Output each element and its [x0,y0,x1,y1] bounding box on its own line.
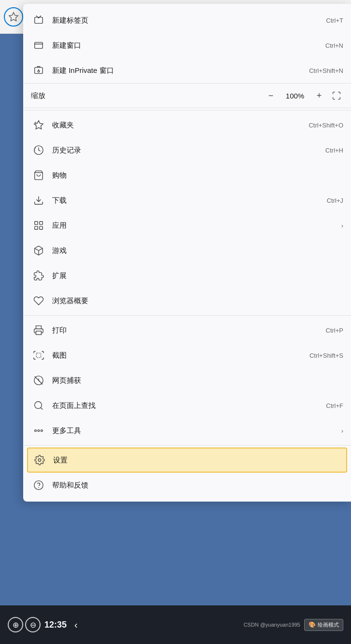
new-tab-icon [31,13,46,28]
menu-item-print[interactable]: 打印 Ctrl+P [23,318,351,343]
print-icon [31,322,46,338]
webcapture-label: 网页捕获 [52,376,343,385]
webcapture-icon [31,373,46,388]
favorites-star-button[interactable] [4,7,23,27]
settings-icon [32,452,47,468]
history-icon [31,142,46,158]
find-label: 在页面上查找 [52,401,326,410]
menu-item-new-tab[interactable]: 新建标签页 Ctrl+T [23,8,351,33]
apps-label: 应用 [52,221,337,230]
svg-rect-27 [35,226,38,229]
svg-point-39 [34,481,43,490]
zoom-in-button[interactable]: + [312,89,326,102]
new-window-icon [31,38,46,53]
menu-item-games[interactable]: 游戏 [23,238,351,263]
inprivate-icon [31,63,46,78]
zoom-controls: − 100% + [264,89,326,102]
find-icon [31,398,46,413]
games-label: 游戏 [52,246,343,255]
more-tools-label: 更多工具 [52,426,337,435]
menu-item-webcapture[interactable]: 网页捕获 [23,368,351,393]
downloads-icon [31,193,46,208]
svg-point-17 [38,70,40,72]
menu-item-shopping[interactable]: 购物 [23,163,351,188]
menu-item-downloads[interactable]: 下载 Ctrl+J [23,188,351,213]
help-icon [31,477,46,493]
menu-item-more-tools[interactable]: 更多工具 › [23,418,351,443]
history-shortcut: Ctrl+H [325,147,343,154]
history-label: 历史记录 [52,146,325,155]
shopping-icon [31,168,46,183]
print-label: 打印 [52,326,326,335]
zoom-in-icon-btn[interactable]: ⊕ [8,617,23,632]
zoom-row: 缩放 − 100% + [23,83,351,108]
favorites-icon [31,117,46,133]
svg-point-35 [35,430,37,432]
extensions-icon [31,268,46,283]
games-icon [31,243,46,258]
svg-point-33 [35,402,42,409]
new-tab-label: 新建标签页 [52,16,326,25]
menu-item-screenshot[interactable]: 截图 Ctrl+Shift+S [23,343,351,368]
svg-marker-0 [9,12,18,20]
svg-rect-30 [36,331,42,335]
inprivate-label: 新建 InPrivate 窗口 [52,66,309,75]
more-tools-arrow: › [341,427,343,434]
menu-item-settings[interactable]: 设置 [27,448,347,473]
menu-divider-2 [23,315,351,316]
svg-rect-31 [36,353,41,357]
screenshot-label: 截图 [52,351,309,360]
zoom-label: 缩放 [31,91,264,100]
clock-display: 12:35 [44,620,67,630]
zoom-icon-group: ⊕ ⊖ [8,617,41,632]
bottom-bar-left: ⊕ ⊖ 12:35 ‹ [8,617,82,632]
zoom-out-button[interactable]: − [264,89,278,102]
extensions-label: 扩展 [52,271,343,280]
bottom-bar: ⊕ ⊖ 12:35 ‹ CSDN @yuanyuan1995 绘画模式 [0,605,351,644]
screenshot-shortcut: Ctrl+Shift+S [309,352,343,359]
zoom-fullscreen-button[interactable] [330,89,343,102]
menu-item-favorites[interactable]: 收藏夹 Ctrl+Shift+O [23,112,351,138]
zoom-out-icon-btn[interactable]: ⊖ [25,617,41,632]
screenshot-icon [31,348,46,363]
menu-item-help[interactable]: 帮助和反馈 [23,473,351,498]
essentials-icon [31,293,46,308]
more-tools-icon [31,423,46,438]
watermark-text: CSDN @yuanyuan1995 [243,622,300,628]
back-button[interactable]: ‹ [70,617,82,632]
svg-rect-25 [35,222,38,224]
find-shortcut: Ctrl+F [326,402,343,409]
svg-line-34 [41,407,42,409]
paint-mode-button[interactable]: 绘画模式 [304,619,343,631]
menu-divider-3 [23,445,351,446]
shopping-label: 购物 [52,171,343,180]
new-tab-shortcut: Ctrl+T [326,17,343,24]
apps-icon [31,218,46,233]
zoom-value: 100% [283,92,307,100]
downloads-shortcut: Ctrl+J [327,197,343,204]
favorites-shortcut: Ctrl+Shift+O [309,122,343,129]
svg-rect-26 [40,222,42,224]
help-label: 帮助和反馈 [52,481,343,490]
menu-item-history[interactable]: 历史记录 Ctrl+H [23,138,351,163]
new-window-label: 新建窗口 [52,41,325,50]
svg-rect-14 [35,42,43,49]
bottom-bar-right: CSDN @yuanyuan1995 绘画模式 [243,619,343,631]
print-shortcut: Ctrl+P [326,327,343,334]
svg-rect-28 [40,226,42,229]
svg-point-38 [38,459,41,462]
menu-item-find[interactable]: 在页面上查找 Ctrl+F [23,393,351,418]
menu-divider-1 [23,110,351,111]
apps-arrow: › [341,222,343,229]
menu-item-inprivate[interactable]: 新建 InPrivate 窗口 Ctrl+Shift+N [23,58,351,83]
menu-item-extensions[interactable]: 扩展 [23,263,351,288]
svg-marker-19 [34,121,43,129]
menu-item-new-window[interactable]: 新建窗口 Ctrl+N [23,33,351,58]
settings-label: 设置 [53,456,342,465]
menu-item-apps[interactable]: 应用 › [23,213,351,238]
inprivate-shortcut: Ctrl+Shift+N [309,67,343,74]
essentials-label: 浏览器概要 [52,296,343,306]
favorites-label: 收藏夹 [52,121,309,130]
menu-item-essentials[interactable]: 浏览器概要 [23,288,351,313]
new-window-shortcut: Ctrl+N [325,42,343,49]
